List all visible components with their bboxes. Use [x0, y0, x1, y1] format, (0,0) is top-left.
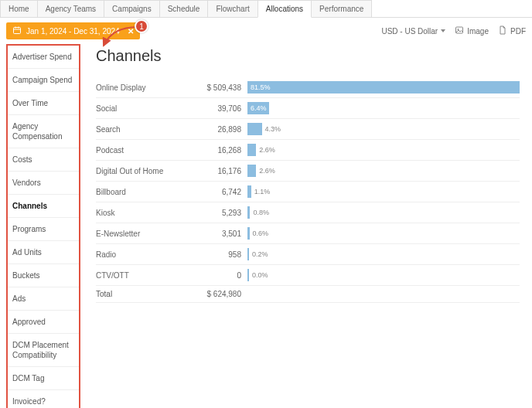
channels-chart: Online Display$ 509,43881.5%Social39,706…: [96, 77, 520, 286]
chart-row: CTV/OTT00.0%: [96, 265, 520, 286]
chart-bar: [247, 165, 256, 177]
chart-pct: 2.6%: [256, 167, 278, 175]
top-tabs: HomeAgency TeamsCampaignsScheduleFlowcha…: [0, 0, 532, 18]
sidebar-item-dcm-placement-compatibility[interactable]: DCM Placement Compatibility: [8, 334, 79, 367]
export-image-link[interactable]: Image: [455, 26, 489, 36]
chart-row: Radio9580.2%: [96, 244, 520, 265]
export-pdf-label: PDF: [510, 27, 526, 36]
chart-pct: 2.6%: [256, 146, 278, 154]
sidebar-item-approved[interactable]: Approved: [8, 311, 79, 334]
chart-bar-wrap: 0.8%: [247, 206, 520, 219]
chart-category: Billboard: [96, 188, 189, 196]
main-panel: 1 Channels Online Display$ 509,43881.5%S…: [80, 44, 526, 408]
image-icon: [455, 26, 464, 36]
chart-pct: 4.3%: [262, 125, 285, 133]
chart-pct: 0.0%: [249, 271, 271, 279]
chart-value: $ 509,438: [195, 83, 241, 92]
total-label: Total: [96, 290, 189, 298]
chart-category: Social: [96, 104, 189, 113]
chart-bar: [247, 144, 256, 156]
chart-category: E-Newsletter: [96, 230, 189, 238]
sidebar-item-dcm-tag[interactable]: DCM Tag: [8, 367, 79, 390]
chart-bar-wrap: 0.6%: [247, 227, 520, 240]
chart-bar-wrap: 2.6%: [247, 144, 520, 156]
sidebar-item-buckets[interactable]: Buckets: [8, 264, 79, 287]
chart-value: 5,293: [195, 209, 241, 217]
chart-category: Digital Out of Home: [96, 167, 189, 175]
allocations-sidebar: Advertiser SpendCampaign SpendOver TimeA…: [6, 44, 80, 408]
sidebar-item-ad-units[interactable]: Ad Units: [8, 241, 79, 264]
chart-row: Social39,7066.4%: [96, 98, 520, 119]
chart-value: 16,268: [195, 146, 241, 155]
chart-category: Podcast: [96, 146, 189, 155]
chart-bar-wrap: 0.0%: [247, 269, 520, 281]
tab-flowchart[interactable]: Flowchart: [207, 0, 257, 17]
chart-pct: 81.5%: [247, 83, 274, 91]
currency-select[interactable]: USD - US Dollar: [381, 27, 445, 36]
tab-performance[interactable]: Performance: [311, 0, 372, 17]
chevron-down-icon: [441, 29, 445, 32]
sidebar-item-costs[interactable]: Costs: [8, 148, 79, 172]
chart-pct: 6.4%: [247, 104, 270, 112]
tab-campaigns[interactable]: Campaigns: [104, 0, 160, 17]
sidebar-item-ads[interactable]: Ads: [8, 287, 79, 311]
chart-pct: 0.6%: [250, 230, 272, 237]
tab-schedule[interactable]: Schedule: [159, 0, 209, 17]
chart-row: E-Newsletter3,5010.6%: [96, 223, 520, 244]
chart-category: Radio: [96, 250, 189, 259]
tab-agency-teams[interactable]: Agency Teams: [37, 0, 104, 17]
export-pdf-link[interactable]: PDF: [498, 26, 526, 36]
currency-label: USD - US Dollar: [381, 27, 438, 36]
chart-category: Search: [96, 125, 189, 134]
chart-value: 958: [195, 250, 241, 259]
sidebar-item-programs[interactable]: Programs: [8, 218, 79, 241]
sidebar-item-advertiser-spend[interactable]: Advertiser Spend: [8, 46, 79, 69]
chart-value: 26,898: [195, 125, 241, 134]
chart-category: Kiosk: [96, 209, 189, 217]
sidebar-item-invoiced-[interactable]: Invoiced?: [8, 390, 79, 408]
chart-value: 0: [195, 271, 241, 280]
svg-rect-0: [14, 28, 21, 34]
pdf-icon: [498, 26, 507, 36]
sidebar-item-agency-compensation[interactable]: Agency Compensation: [8, 115, 79, 148]
chart-value: 3,501: [195, 230, 241, 238]
chart-value: 16,176: [195, 167, 241, 175]
page-title: Channels: [96, 47, 520, 65]
chart-bar: 81.5%: [247, 81, 520, 94]
chart-bar-wrap: 2.6%: [247, 165, 520, 177]
chart-bar-wrap: 0.2%: [247, 248, 520, 260]
chart-pct: 0.2%: [249, 250, 271, 258]
chart-bar: 6.4%: [247, 102, 269, 114]
chart-bar-wrap: 81.5%: [247, 81, 520, 94]
toolbar: Jan 1, 2024 - Dec 31, 2024 ✕ USD - US Do…: [0, 18, 532, 44]
chart-value: 6,742: [195, 188, 241, 196]
chart-bar: [247, 123, 262, 135]
chart-row: Podcast16,2682.6%: [96, 140, 520, 161]
chart-pct: 1.1%: [251, 188, 274, 196]
export-image-label: Image: [467, 27, 489, 36]
chart-bar-wrap: 1.1%: [247, 185, 520, 198]
sidebar-item-channels[interactable]: Channels: [8, 195, 79, 218]
chart-row: Billboard6,7421.1%: [96, 182, 520, 202]
calendar-icon: [12, 26, 22, 36]
annotation-badge: 1: [135, 19, 148, 33]
chart-bar-wrap: 4.3%: [247, 123, 520, 135]
chart-bar-wrap: 6.4%: [247, 102, 520, 114]
tab-home[interactable]: Home: [0, 0, 38, 17]
tab-allocations[interactable]: Allocations: [257, 0, 312, 18]
chart-row: Online Display$ 509,43881.5%: [96, 77, 520, 98]
total-row: Total $ 624,980: [96, 286, 520, 303]
chart-category: CTV/OTT: [96, 271, 189, 280]
chart-pct: 0.8%: [250, 209, 272, 216]
sidebar-item-over-time[interactable]: Over Time: [8, 92, 79, 115]
sidebar-item-vendors[interactable]: Vendors: [8, 172, 79, 195]
chart-value: 39,706: [195, 104, 241, 113]
sidebar-item-campaign-spend[interactable]: Campaign Spend: [8, 69, 79, 92]
annotation-arrow: 1: [101, 22, 147, 50]
chart-row: Search26,8984.3%: [96, 119, 520, 140]
total-value: $ 624,980: [195, 290, 241, 298]
chart-row: Digital Out of Home16,1762.6%: [96, 161, 520, 182]
chart-category: Online Display: [96, 83, 189, 92]
chart-row: Kiosk5,2930.8%: [96, 202, 520, 223]
